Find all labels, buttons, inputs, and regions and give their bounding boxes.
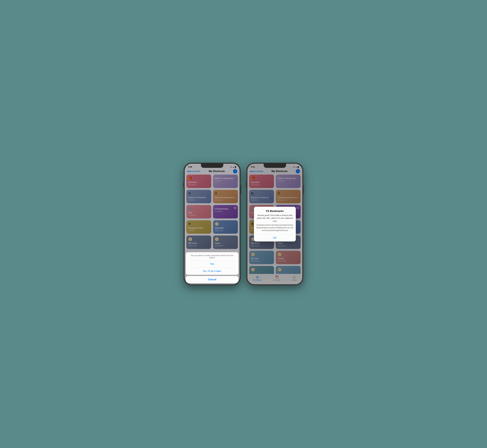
ok-button[interactable]: OK <box>254 234 296 241</box>
alert-message: Sounds good! Just create a shortcut that… <box>256 214 293 223</box>
alert-content: FS Bookmarks Sounds good! Just create a … <box>254 207 296 234</box>
action-sheet-message: Do you want to create a launcher shortcu… <box>186 252 238 260</box>
alert-title: FS Bookmarks <box>256 210 293 213</box>
alert-overlay: FS Bookmarks Sounds good! Just create a … <box>247 164 302 284</box>
alert-box: FS Bookmarks Sounds good! Just create a … <box>254 207 296 241</box>
alert-url: shareddocuments:///private/var/mobile/Li… <box>256 224 293 232</box>
action-sheet-group: Do you want to create a launcher shortcu… <box>186 252 238 275</box>
action-sheet: Do you want to create a launcher shortcu… <box>185 252 240 284</box>
cancel-button[interactable]: Cancel <box>186 276 238 283</box>
yes-button[interactable]: Yes <box>186 260 238 268</box>
no-later-button[interactable]: No, I'll do it later <box>186 268 238 275</box>
notch-right <box>264 164 286 168</box>
phone-left: 5:40 ▪▪▪ ▲ ▓ ◀ ◀ Scriptable My Shortcuts… <box>184 163 241 285</box>
notch <box>201 164 223 168</box>
action-sheet-overlay: Do you want to create a launcher shortcu… <box>185 164 240 284</box>
phone-right: 5:41 ▪▪▪ ▲ ▓ ◀ ◀ Scriptable My Shortcuts… <box>246 163 303 285</box>
action-sheet-cancel-group: Cancel <box>186 276 238 283</box>
